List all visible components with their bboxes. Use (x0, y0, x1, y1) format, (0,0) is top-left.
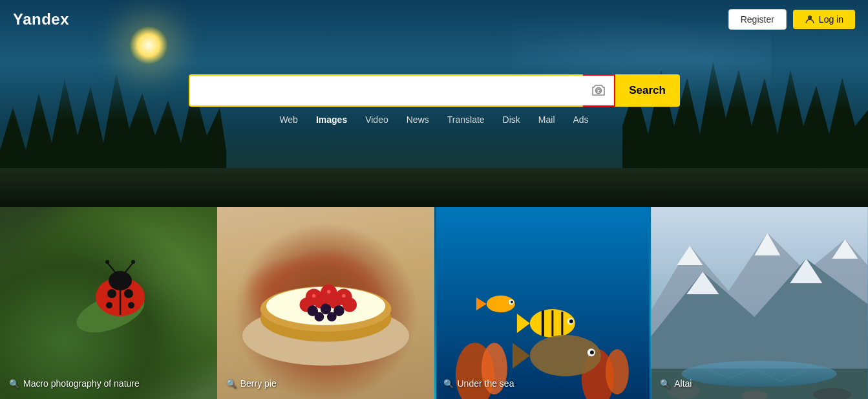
search-area: Search Web Images Video News Translate D… (189, 74, 680, 125)
svg-point-32 (312, 294, 315, 298)
svg-point-0 (808, 16, 812, 19)
user-icon (805, 14, 815, 25)
nav-news[interactable]: News (407, 114, 429, 125)
camera-search-button[interactable] (583, 74, 615, 107)
nav-translate[interactable]: Translate (447, 114, 485, 125)
grid-item-altai[interactable]: 🔍 Altai (651, 207, 868, 399)
grid-caption-altai: 🔍 Altai (660, 378, 692, 389)
svg-point-51 (510, 301, 513, 303)
svg-point-45 (569, 319, 573, 323)
nav-images[interactable]: Images (316, 114, 347, 125)
nav-disk[interactable]: Disk (503, 114, 520, 125)
svg-point-14 (105, 260, 109, 264)
header-buttons: Register Log in (728, 9, 855, 30)
svg-point-39 (605, 349, 628, 394)
logo: Yandex (13, 10, 69, 28)
grid-caption-sea: 🔍 Under the sea (443, 378, 514, 389)
svg-point-8 (107, 289, 116, 298)
sea-illustration (434, 207, 651, 399)
svg-point-10 (106, 302, 112, 308)
grid-caption-text-ladybug: Macro photography of nature (23, 378, 140, 389)
search-button[interactable]: Search (615, 74, 680, 107)
register-button[interactable]: Register (728, 9, 787, 30)
header: Yandex Register Log in (0, 0, 868, 39)
search-input-wrapper (189, 74, 583, 107)
grid-caption-text-sea: Under the sea (458, 378, 514, 389)
altai-illustration (651, 207, 868, 399)
svg-point-30 (314, 312, 324, 321)
svg-point-48 (589, 350, 593, 354)
svg-line-12 (107, 263, 116, 273)
grid-item-pie[interactable]: 🔍 Berry pie (217, 207, 434, 399)
svg-line-13 (125, 263, 133, 273)
grid-caption-pie: 🔍 Berry pie (226, 378, 277, 389)
grid-item-sea[interactable]: 🔍 Under the sea (434, 207, 651, 399)
svg-point-11 (128, 302, 134, 308)
grid-caption-ladybug: 🔍 Macro photography of nature (9, 378, 140, 389)
svg-point-53 (682, 361, 837, 387)
login-button[interactable]: Log in (793, 10, 855, 29)
grid-caption-text-pie: Berry pie (240, 378, 277, 389)
svg-point-15 (131, 260, 135, 264)
svg-point-26 (342, 297, 356, 312)
grid-item-ladybug[interactable]: 🔍 Macro photography of nature (0, 207, 217, 399)
pie-illustration (228, 217, 423, 389)
svg-point-33 (326, 290, 330, 294)
grid-caption-text-altai: Altai (674, 378, 692, 389)
search-input[interactable] (190, 76, 583, 105)
hero-ground (0, 168, 868, 207)
svg-point-9 (124, 289, 133, 298)
ladybug-illustration (65, 255, 169, 339)
search-icon-ladybug: 🔍 (9, 379, 19, 389)
nav-ads[interactable]: Ads (573, 114, 589, 125)
camera-icon (591, 83, 606, 98)
search-icon-altai: 🔍 (660, 379, 670, 389)
nav-mail[interactable]: Mail (538, 114, 555, 125)
svg-point-34 (342, 294, 346, 298)
image-grid: 🔍 Macro photography of nature (0, 207, 868, 399)
search-icon-sea: 🔍 (443, 379, 454, 389)
nav-video[interactable]: Video (365, 114, 388, 125)
search-icon-pie: 🔍 (226, 379, 237, 389)
search-bar: Search (189, 74, 680, 107)
svg-point-31 (326, 312, 336, 321)
nav-web[interactable]: Web (279, 114, 298, 125)
search-nav: Web Images Video News Translate Disk Mai… (279, 114, 588, 125)
